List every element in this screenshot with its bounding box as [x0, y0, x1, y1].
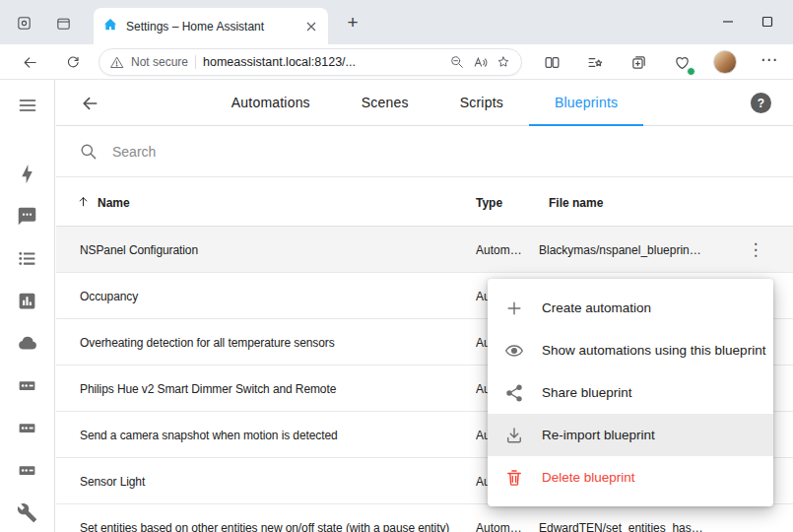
- workspaces-icon[interactable]: [12, 11, 35, 34]
- address-bar[interactable]: Not secure homeassistant.local:8123/...: [99, 48, 522, 76]
- search-placeholder: Search: [112, 144, 156, 160]
- read-aloud-icon[interactable]: [472, 54, 489, 71]
- favorites-hub-icon[interactable]: [583, 50, 607, 74]
- row-type: Autom…: [476, 521, 533, 532]
- column-header-file[interactable]: File name: [549, 196, 603, 210]
- todo-list-icon[interactable]: [16, 246, 39, 270]
- tab-automations[interactable]: Automations: [206, 80, 336, 126]
- ha-sidebar: [0, 80, 55, 532]
- browser-window: Settings – Home Assistant + Not secure h…: [0, 0, 793, 532]
- table-row[interactable]: Set entities based on other entities new…: [56, 504, 793, 532]
- row-file: Blackymas/nspanel_blueprin…: [539, 243, 736, 257]
- security-label: Not secure: [131, 55, 188, 69]
- zoom-out-icon[interactable]: [449, 54, 465, 70]
- essentials-status-dot: [687, 67, 695, 76]
- menu-item-reimport-blueprint[interactable]: Re-import blueprint: [488, 414, 773, 456]
- browser-toolbar: Not secure homeassistant.local:8123/... …: [0, 44, 793, 80]
- split-screen-icon[interactable]: [540, 50, 563, 74]
- logbook-message-icon[interactable]: [16, 204, 39, 228]
- menu-item-delete-blueprint[interactable]: Delete blueprint: [488, 456, 773, 499]
- search-icon: [79, 142, 98, 161]
- tab-blueprints[interactable]: Blueprints: [529, 80, 643, 126]
- trash-icon: [504, 468, 524, 488]
- minimize-button[interactable]: [714, 8, 742, 35]
- menu-item-show-automations[interactable]: Show automations using this blueprint: [488, 329, 773, 371]
- history-chart-icon[interactable]: [16, 289, 39, 312]
- row-name: Overheating detection for all temperatur…: [80, 336, 472, 350]
- menu-item-label: Show automations using this blueprint: [542, 343, 765, 358]
- ha-tab-bar: Automations Scenes Scripts Blueprints: [56, 80, 793, 126]
- home-assistant-favicon: [102, 17, 118, 36]
- menu-item-label: Delete blueprint: [542, 470, 635, 485]
- server-icon-3[interactable]: [16, 458, 39, 482]
- sort-ascending-icon[interactable]: [77, 195, 90, 211]
- row-name: Occupancy: [80, 290, 472, 303]
- row-file: EdwardTEN/set_entities_has…: [539, 521, 736, 532]
- server-icon-2[interactable]: [16, 416, 39, 439]
- url-text: homeassistant.local:8123/...: [203, 55, 442, 69]
- browser-menu-icon[interactable]: ⋯: [760, 49, 777, 70]
- tab-strip: Settings – Home Assistant +: [0, 0, 793, 44]
- menu-item-label: Re-import blueprint: [542, 428, 655, 442]
- menu-item-label: Share blueprint: [542, 385, 632, 400]
- ha-header: Automations Scenes Scripts Blueprints ?: [56, 80, 793, 126]
- eye-icon: [504, 341, 524, 361]
- share-icon: [504, 383, 524, 403]
- row-name: Sensor Light: [80, 475, 472, 489]
- row-type: Autom…: [476, 243, 533, 257]
- search-input[interactable]: Search: [56, 126, 793, 177]
- server-icon-1[interactable]: [16, 373, 39, 397]
- maximize-button[interactable]: [754, 8, 781, 35]
- tab-scripts[interactable]: Scripts: [434, 80, 529, 126]
- context-menu: Create automation Show automations using…: [488, 279, 773, 506]
- import-download-icon: [504, 426, 524, 445]
- menu-item-label: Create automation: [542, 300, 651, 315]
- back-icon[interactable]: [18, 50, 41, 74]
- warning-icon: [109, 55, 124, 70]
- cloud-icon[interactable]: [16, 331, 39, 355]
- menu-item-create-automation[interactable]: Create automation: [488, 287, 773, 329]
- column-header-name[interactable]: Name: [98, 196, 130, 210]
- plus-icon: [504, 299, 524, 318]
- tab-close-icon[interactable]: [303, 19, 319, 34]
- table-row[interactable]: NSPanel Configuration Autom… Blackymas/n…: [56, 227, 793, 273]
- column-header-type[interactable]: Type: [476, 196, 502, 210]
- favorite-star-icon[interactable]: [496, 54, 511, 70]
- row-name: Send a camera snapshot when motion is de…: [80, 429, 472, 442]
- row-overflow-icon[interactable]: ⋮: [746, 239, 765, 260]
- row-name: Philips Hue v2 Smart Dimmer Switch and R…: [80, 382, 472, 396]
- tab-title: Settings – Home Assistant: [126, 20, 296, 33]
- row-name: Set entities based on other entities new…: [80, 521, 472, 532]
- refresh-icon[interactable]: [61, 50, 85, 74]
- browser-tab[interactable]: Settings – Home Assistant: [94, 8, 328, 44]
- new-tab-button[interactable]: +: [341, 11, 364, 34]
- tab-scenes[interactable]: Scenes: [336, 80, 434, 126]
- developer-wrench-icon[interactable]: [16, 500, 39, 524]
- menu-item-share-blueprint[interactable]: Share blueprint: [488, 371, 773, 414]
- row-name: NSPanel Configuration: [80, 243, 472, 257]
- hamburger-menu-icon[interactable]: [16, 94, 39, 117]
- energy-lightning-icon[interactable]: [16, 162, 39, 185]
- address-divider: [195, 55, 196, 69]
- profile-avatar[interactable]: [713, 50, 737, 74]
- tab-actions-icon[interactable]: [51, 11, 75, 34]
- collections-icon[interactable]: [627, 50, 650, 74]
- browser-essentials-icon[interactable]: [670, 50, 694, 74]
- table-header: Name Type File name: [56, 177, 793, 227]
- help-icon[interactable]: ?: [751, 93, 771, 113]
